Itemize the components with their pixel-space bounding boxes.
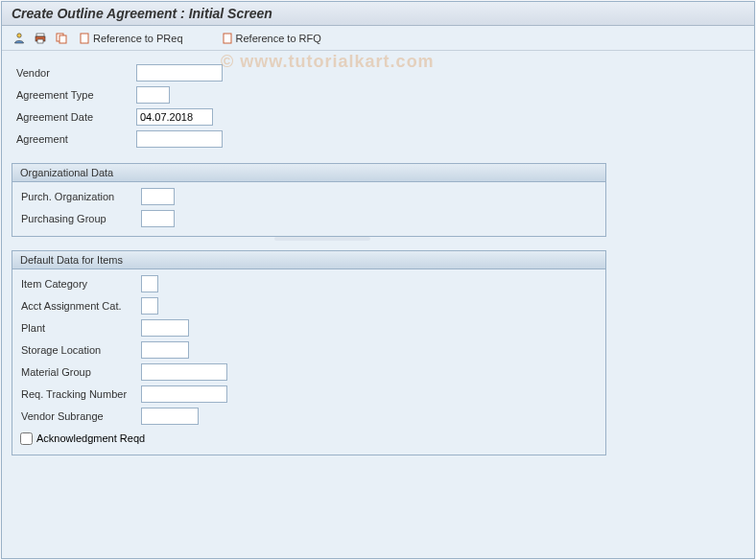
material-group-label: Material Group — [16, 363, 141, 381]
svg-rect-3 — [37, 39, 43, 43]
plant-label: Plant — [16, 319, 141, 337]
agreement-type-input[interactable] — [136, 86, 170, 104]
purch-org-input[interactable] — [141, 188, 175, 205]
document-icon — [79, 33, 90, 44]
ack-reqd-checkbox[interactable] — [20, 432, 33, 445]
agreement-input[interactable] — [136, 130, 223, 148]
vendor-label: Vendor — [12, 64, 136, 82]
item-category-input[interactable] — [141, 275, 158, 292]
req-tracking-label: Req. Tracking Number — [16, 385, 141, 403]
ack-reqd-label: Acknowledgment Reqd — [36, 432, 145, 444]
default-data-group: Default Data for Items Item Category Acc… — [12, 250, 606, 455]
vendor-input[interactable] — [136, 64, 223, 82]
plant-input[interactable] — [141, 319, 189, 337]
title-bar: Create Outline Agreement : Initial Scree… — [2, 2, 754, 26]
copy-icon[interactable] — [54, 31, 69, 46]
acct-assignment-input[interactable] — [141, 297, 158, 315]
ref-rfq-label: Reference to RFQ — [236, 33, 321, 44]
vendor-subrange-label: Vendor Subrange — [16, 408, 141, 425]
print-icon[interactable] — [33, 31, 48, 46]
agreement-type-label: Agreement Type — [12, 86, 136, 104]
organizational-data-group: Organizational Data Purch. Organization … — [12, 163, 606, 237]
purch-group-label: Purchasing Group — [16, 210, 141, 227]
item-category-label: Item Category — [16, 275, 141, 292]
default-data-title: Default Data for Items — [12, 251, 605, 269]
svg-rect-6 — [81, 34, 88, 43]
person-icon[interactable] — [12, 31, 27, 46]
storage-location-input[interactable] — [141, 341, 189, 359]
acct-assignment-label: Acct Assignment Cat. — [16, 297, 141, 315]
svg-rect-5 — [59, 35, 66, 43]
document-icon — [222, 33, 233, 44]
svg-rect-1 — [36, 34, 44, 36]
agreement-date-label: Agreement Date — [12, 108, 136, 126]
window: Create Outline Agreement : Initial Scree… — [1, 1, 755, 559]
req-tracking-input[interactable] — [141, 385, 227, 403]
purch-group-input[interactable] — [141, 210, 175, 227]
reference-to-rfq-button[interactable]: Reference to RFQ — [218, 32, 325, 45]
svg-point-0 — [17, 33, 21, 36]
agreement-label: Agreement — [12, 130, 136, 148]
content-area: Vendor Agreement Type Agreement Date Agr… — [2, 51, 754, 467]
agreement-date-input[interactable] — [136, 108, 213, 126]
ref-preq-label: Reference to PReq — [93, 33, 183, 44]
toolbar: Reference to PReq Reference to RFQ — [2, 26, 754, 51]
material-group-input[interactable] — [141, 363, 227, 381]
org-data-title: Organizational Data — [12, 164, 605, 182]
page-title: Create Outline Agreement : Initial Scree… — [12, 6, 272, 21]
reference-to-preq-button[interactable]: Reference to PReq — [75, 32, 187, 45]
decorative-line — [274, 237, 370, 241]
purch-org-label: Purch. Organization — [16, 188, 141, 205]
vendor-subrange-input[interactable] — [141, 408, 199, 425]
svg-rect-7 — [224, 34, 231, 43]
storage-location-label: Storage Location — [16, 341, 141, 359]
